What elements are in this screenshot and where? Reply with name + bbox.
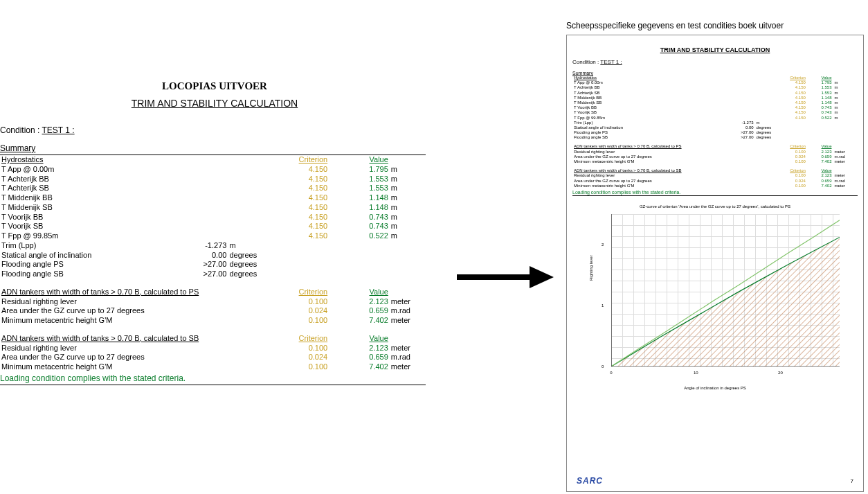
right-condition-line: Condition : TEST 1 :: [572, 59, 858, 65]
hydrostatics-table: Hydrostatics Criterion Value T App @ 0.0…: [0, 155, 426, 279]
table-row: T Fpp @ 99.85m 4.1500.522m: [572, 116, 858, 121]
table-row: T Middenijk SB 4.1501.148m: [0, 203, 426, 213]
value-header: Value: [807, 168, 833, 173]
criterion-header: Criterion: [781, 168, 807, 173]
table-row: Minimum metacentric height G'M 0.1007.40…: [572, 159, 858, 164]
condition-label: Condition :: [572, 59, 600, 65]
chart-title: GZ-curve of criterion 'Area under the GZ…: [584, 204, 847, 209]
value-header: Value: [807, 76, 833, 80]
value-header: Value: [329, 334, 390, 344]
right-document-page: TRIM AND STABILITY CALCULATION Condition…: [566, 35, 864, 492]
table-row: Residual righting lever 0.1002.123meter: [0, 297, 426, 307]
table-row: Flooding angle SB>27.00degrees: [0, 270, 426, 279]
table-row: Statical angle of inclination0.00degrees: [0, 251, 426, 261]
right-caption: Scheepsspecifieke gegevens en test condi…: [566, 21, 784, 30]
chart-xtick: 20: [778, 371, 783, 375]
table-row: Minimum metacentric height G'M 0.1007.40…: [0, 316, 426, 326]
table-row: Statical angle of inclination0.00degrees: [572, 125, 858, 130]
table-row: Flooding angle SB>27.00degrees: [572, 135, 858, 140]
chart-ytick: 2: [602, 242, 604, 247]
right-adn-sb-table: ADN tankers with width of tanks > 0.70 B…: [572, 168, 858, 188]
table-row: T Fpp @ 99.85m 4.1500.522m: [0, 231, 426, 241]
gz-chart: GZ-curve of criterion 'Area under the GZ…: [584, 204, 847, 391]
table-row: Area under the GZ curve up to 27 degrees…: [0, 353, 426, 362]
table-row: T App @ 0.00m 4.1501.795m: [572, 80, 858, 85]
right-title: TRIM AND STABILITY CALCULATION: [572, 46, 858, 53]
chart-ylabel: Righting lever: [589, 255, 593, 281]
sarc-logo: SARC: [577, 476, 603, 486]
right-adn-ps-table: ADN tankers with width of tanks > 0.70 B…: [572, 144, 858, 164]
table-row: T Voorijk BB 4.1500.743m: [0, 213, 426, 222]
condition-value: TEST 1 :: [42, 125, 75, 135]
svg-marker-1: [530, 266, 554, 288]
table-row: Minimum metacentric height G'M 0.1007.40…: [572, 184, 858, 188]
table-row: Flooding angle PS>27.00degrees: [0, 260, 426, 270]
table-row: Minimum metacentric height G'M 0.1007.40…: [0, 362, 426, 372]
table-row: T Voorijk BB 4.1500.743m: [572, 105, 858, 110]
chart-ytick: 1: [602, 303, 604, 308]
table-row: T App @ 0.00m 4.1501.795m: [0, 165, 426, 175]
table-row: Trim (Lpp)-1.273m: [572, 121, 858, 125]
chart-xtick: 10: [694, 371, 698, 375]
table-row: T Voorijk SB 4.1500.743m: [572, 110, 858, 115]
table-row: Area under the GZ curve up to 27 degrees…: [0, 306, 426, 316]
hydrostatics-header: Hydrostatics: [572, 76, 729, 80]
adn-sb-table: ADN tankers with width of tanks > 0.70 B…: [0, 334, 426, 372]
right-hydrostatics-table: Hydrostatics Criterion Value T App @ 0.0…: [572, 76, 858, 140]
table-row: T Achterijk BB 4.1501.553m: [0, 175, 426, 184]
table-row: T Middenijk BB 4.1501.148m: [572, 96, 858, 100]
chart-xtick: 0: [610, 371, 612, 375]
table-row: T Achterijk BB 4.1501.553m: [572, 85, 858, 90]
sub-title: TRIM AND STABILITY CALCULATION: [0, 98, 429, 109]
summary-heading: Summary: [0, 143, 426, 155]
criterion-header: Criterion: [268, 288, 329, 297]
value-header: Value: [807, 144, 833, 149]
table-row: Residual righting lever 0.1002.123meter: [0, 344, 426, 353]
adn-ps-table: ADN tankers with width of tanks > 0.70 B…: [0, 288, 426, 326]
adn-ps-header: ADN tankers with width of tanks > 0.70 B…: [572, 144, 781, 149]
chart-ytick: 0: [602, 364, 604, 369]
right-compliance-text: Loading condition complies with the stat…: [572, 190, 858, 196]
condition-line: Condition : TEST 1 :: [0, 125, 429, 135]
criterion-header: Criterion: [781, 76, 807, 80]
table-row: T Middenijk BB 4.1501.148m: [0, 193, 426, 203]
condition-value: TEST 1 :: [600, 59, 622, 65]
criterion-header: Criterion: [268, 334, 329, 344]
table-row: T Voorijk SB 4.1500.743m: [0, 222, 426, 231]
arrow-icon: [457, 263, 554, 291]
table-row: Trim (Lpp)-1.273m: [0, 241, 426, 251]
table-row: T Achterijk SB 4.1501.553m: [0, 184, 426, 193]
criterion-header: Criterion: [781, 144, 807, 149]
criterion-header: Criterion: [268, 155, 329, 165]
value-header: Value: [329, 155, 390, 165]
left-document: LOCOPIAS UITVOER TRIM AND STABILITY CALC…: [0, 69, 429, 385]
page-number: 7: [851, 478, 853, 484]
main-title: LOCOPIAS UITVOER: [0, 80, 429, 92]
table-row: T Achterijk SB 4.1501.553m: [572, 91, 858, 96]
adn-sb-header: ADN tankers with width of tanks > 0.70 B…: [572, 168, 781, 173]
table-row: Area under the GZ curve up to 27 degrees…: [572, 179, 858, 184]
adn-sb-header: ADN tankers with width of tanks > 0.70 B…: [0, 334, 268, 344]
chart-xlabel: Angle of inclination in degrees PS: [584, 386, 847, 390]
table-row: Residual righting lever 0.1002.123meter: [572, 150, 858, 155]
adn-ps-header: ADN tankers with width of tanks > 0.70 B…: [0, 288, 268, 297]
table-row: Residual righting lever 0.1002.123meter: [572, 173, 858, 178]
table-row: Area under the GZ curve up to 27 degrees…: [572, 155, 858, 159]
condition-label: Condition :: [0, 125, 42, 135]
table-row: Flooding angle PS>27.00degrees: [572, 130, 858, 135]
hydrostatics-header: Hydrostatics: [0, 155, 183, 165]
compliance-text: Loading condition complies with the stat…: [0, 373, 426, 385]
summary-heading: Summary: [572, 71, 858, 76]
table-row: T Middenijk SB 4.1501.148m: [572, 100, 858, 105]
value-header: Value: [329, 288, 390, 297]
